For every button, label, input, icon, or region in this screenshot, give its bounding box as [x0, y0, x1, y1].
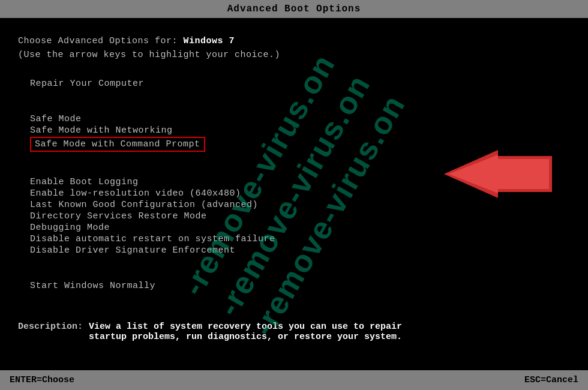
intro-os: Windows 7 [184, 36, 235, 46]
bottom-bar: ENTER=Choose ESC=Cancel [0, 370, 588, 390]
menu-item-debugging[interactable]: Debugging Mode [30, 222, 570, 233]
description-section: Description: View a list of system recov… [0, 310, 588, 354]
menu-item-safe-mode[interactable]: Safe Mode [30, 113, 570, 125]
menu-group-4: Start Windows Normally [18, 280, 570, 292]
menu-item-start-normally[interactable]: Start Windows Normally [30, 280, 570, 292]
menu-item-low-res[interactable]: Enable low-resolution video (640x480) [30, 188, 570, 199]
menu-item-last-known-good[interactable]: Last Known Good Configuration (advanced) [30, 199, 570, 211]
menu-item-boot-logging[interactable]: Enable Boot Logging [30, 176, 570, 188]
intro-line2: (Use the arrow keys to highlight your ch… [18, 50, 570, 60]
intro-prefix: Choose Advanced Options for: [18, 36, 184, 46]
menu-item-safe-mode-cmd[interactable]: Safe Mode with Command Prompt [35, 139, 200, 150]
enter-label: ENTER=Choose [10, 375, 74, 385]
description-text: View a list of system recovery tools you… [89, 322, 402, 342]
menu-item-safe-mode-cmd-wrapper: Safe Mode with Command Prompt [30, 137, 205, 152]
menu-item-safe-mode-networking[interactable]: Safe Mode with Networking [30, 125, 570, 136]
menu-item-disable-driver-sig[interactable]: Disable Driver Signature Enforcement [30, 245, 570, 256]
menu-item-disable-restart[interactable]: Disable automatic restart on system fail… [30, 233, 570, 245]
menu-group-1: Repair Your Computer [18, 78, 570, 89]
description-row: Description: View a list of system recov… [18, 322, 570, 342]
menu-item-repair[interactable]: Repair Your Computer [30, 78, 570, 89]
description-label: Description: [18, 322, 83, 342]
description-line1: View a list of system recovery tools you… [89, 322, 402, 332]
main-content: Choose Advanced Options for: Windows 7 (… [0, 18, 588, 292]
menu-group-2: Safe Mode Safe Mode with Networking Safe… [18, 113, 570, 152]
intro-line1: Choose Advanced Options for: Windows 7 [18, 36, 570, 46]
title-bar: Advanced Boot Options [0, 0, 588, 18]
menu-group-3: Enable Boot Logging Enable low-resolutio… [18, 176, 570, 256]
esc-label: ESC=Cancel [524, 375, 578, 385]
description-line2: startup problems, run diagnostics, or re… [89, 332, 402, 342]
menu-item-directory-services[interactable]: Directory Services Restore Mode [30, 211, 570, 222]
